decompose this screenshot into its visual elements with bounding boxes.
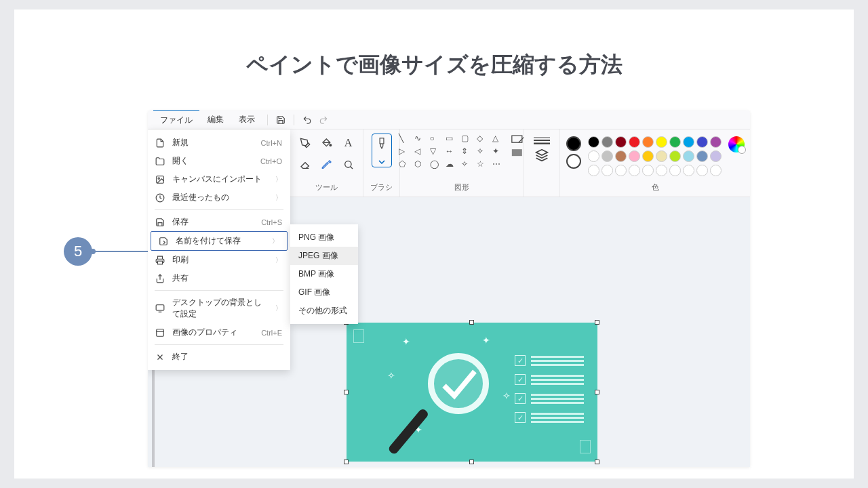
palette-row-empty[interactable] xyxy=(588,165,722,176)
color-swatch[interactable] xyxy=(696,150,708,162)
menu-save-as[interactable]: 名前を付けて保存 〉 xyxy=(151,231,288,251)
pencil-icon[interactable] xyxy=(296,134,315,152)
menu-save[interactable]: 保存 Ctrl+S xyxy=(148,213,290,231)
saveas-gif[interactable]: GIF 画像 xyxy=(290,283,358,302)
group-tools: A ツール xyxy=(290,129,363,197)
color-swatch[interactable] xyxy=(696,136,708,148)
saveas-other[interactable]: その他の形式 xyxy=(290,302,358,320)
brushes-label: ブラシ xyxy=(363,182,399,192)
color-swatch[interactable] xyxy=(588,150,599,162)
undo-icon[interactable] xyxy=(300,113,315,127)
shape-outline-icon[interactable] xyxy=(511,135,525,144)
chevron-right-icon: 〉 xyxy=(275,193,282,203)
saveas-jpeg[interactable]: JPEG 画像 xyxy=(290,247,358,265)
selected-image[interactable]: ✦ ✧ ✦ ✧ ✦ ✓ ✓ ✓ ✓ xyxy=(347,323,597,462)
color-swatch-empty[interactable] xyxy=(656,165,667,176)
color-swatch[interactable] xyxy=(629,136,640,148)
svg-rect-3 xyxy=(380,138,384,144)
menu-new[interactable]: 新規 Ctrl+N xyxy=(148,134,290,152)
menu-recent[interactable]: 最近使ったもの 〉 xyxy=(148,188,290,207)
menu-view[interactable]: 表示 xyxy=(232,110,262,129)
wallpaper-icon xyxy=(155,303,165,314)
close-icon xyxy=(155,352,165,363)
color-swatch-empty[interactable] xyxy=(629,165,640,176)
menu-wallpaper[interactable]: デスクトップの背景として設定 〉 xyxy=(148,293,290,323)
selection-handle[interactable] xyxy=(469,460,474,464)
checklist-graphic: ✓ ✓ ✓ ✓ xyxy=(515,355,584,423)
color-swatch[interactable] xyxy=(656,150,667,162)
color-swatch[interactable] xyxy=(669,136,681,148)
selection-handle[interactable] xyxy=(595,390,599,394)
color-swatch[interactable] xyxy=(656,136,667,148)
color-swatch-empty[interactable] xyxy=(683,165,694,176)
color-swatch-empty[interactable] xyxy=(669,165,681,176)
color-swatch-empty[interactable] xyxy=(696,165,708,176)
selection-handle[interactable] xyxy=(469,320,474,325)
color-swatch-empty[interactable] xyxy=(642,165,654,176)
shapes-grid[interactable]: ╲∿○▭▢◇△ ▷◁▽↔⇕✧✦ ⬠⬡◯☁✧☆⋯ xyxy=(399,134,505,169)
shape-fill-icon[interactable] xyxy=(511,148,525,158)
svg-marker-9 xyxy=(536,150,547,155)
color-swatch-empty[interactable] xyxy=(588,165,599,176)
selection-handle[interactable] xyxy=(344,390,349,394)
svg-line-2 xyxy=(350,167,352,169)
color-swatch[interactable] xyxy=(669,150,681,162)
color-swatch[interactable] xyxy=(629,150,640,162)
current-color-1[interactable] xyxy=(566,136,581,151)
redo-icon[interactable] xyxy=(316,113,331,127)
color-swatch[interactable] xyxy=(615,150,627,162)
save-icon[interactable] xyxy=(273,113,288,127)
edit-colors-icon[interactable] xyxy=(728,136,745,152)
layers-icon[interactable] xyxy=(535,148,549,162)
color-swatch[interactable] xyxy=(642,150,654,162)
menu-file[interactable]: ファイル xyxy=(153,110,199,129)
text-icon[interactable]: A xyxy=(339,134,358,152)
file-menu: 新規 Ctrl+N 開く Ctrl+O キャンバスにインポート 〉 最近使ったも… xyxy=(148,129,290,370)
picker-icon[interactable] xyxy=(317,155,336,174)
color-swatch[interactable] xyxy=(588,136,599,148)
magnifier-graphic xyxy=(428,353,489,414)
eraser-icon[interactable] xyxy=(296,155,315,174)
svg-point-11 xyxy=(158,178,159,179)
svg-rect-15 xyxy=(156,305,164,310)
selection-handle[interactable] xyxy=(344,460,349,464)
menu-edit[interactable]: 編集 xyxy=(201,110,231,129)
group-shapes: ╲∿○▭▢◇△ ▷◁▽↔⇕✧✦ ⬠⬡◯☁✧☆⋯ 図形 xyxy=(400,129,524,197)
palette-row-2[interactable] xyxy=(588,150,722,162)
color-swatch-empty[interactable] xyxy=(615,165,627,176)
group-brushes: ブラシ xyxy=(363,129,400,197)
color-swatch[interactable] xyxy=(683,136,694,148)
tools-label: ツール xyxy=(290,182,363,192)
brush-dropdown[interactable] xyxy=(372,134,392,167)
color-swatch[interactable] xyxy=(642,136,654,148)
color-swatch[interactable] xyxy=(601,136,613,148)
magnifier-icon[interactable] xyxy=(339,155,358,174)
menu-open[interactable]: 開く Ctrl+O xyxy=(148,152,290,170)
current-color-2[interactable] xyxy=(566,154,581,169)
svg-point-1 xyxy=(344,161,351,167)
saveas-bmp[interactable]: BMP 画像 xyxy=(290,265,358,283)
color-swatch[interactable] xyxy=(601,150,613,162)
svg-rect-13 xyxy=(158,261,163,264)
color-swatch[interactable] xyxy=(615,136,627,148)
selection-handle[interactable] xyxy=(595,460,599,464)
menu-properties[interactable]: 画像のプロパティ Ctrl+E xyxy=(148,323,290,342)
save-as-icon xyxy=(158,236,169,247)
menu-import[interactable]: キャンバスにインポート 〉 xyxy=(148,170,290,188)
color-swatch[interactable] xyxy=(710,150,722,162)
menu-share[interactable]: 共有 xyxy=(148,269,290,287)
chevron-right-icon: 〉 xyxy=(275,256,282,265)
color-swatch[interactable] xyxy=(710,136,722,148)
palette-row-1[interactable] xyxy=(588,136,722,148)
stroke-width-icon[interactable] xyxy=(534,136,550,144)
saveas-png[interactable]: PNG 画像 xyxy=(290,228,358,247)
save-icon xyxy=(155,217,165,228)
selection-handle[interactable] xyxy=(595,320,599,325)
share-icon xyxy=(155,273,165,284)
menu-print[interactable]: 印刷 〉 xyxy=(148,251,290,269)
fill-icon[interactable] xyxy=(317,134,336,152)
menu-exit[interactable]: 終了 xyxy=(148,348,290,366)
color-swatch-empty[interactable] xyxy=(710,165,722,176)
color-swatch[interactable] xyxy=(683,150,694,162)
color-swatch-empty[interactable] xyxy=(601,165,613,176)
